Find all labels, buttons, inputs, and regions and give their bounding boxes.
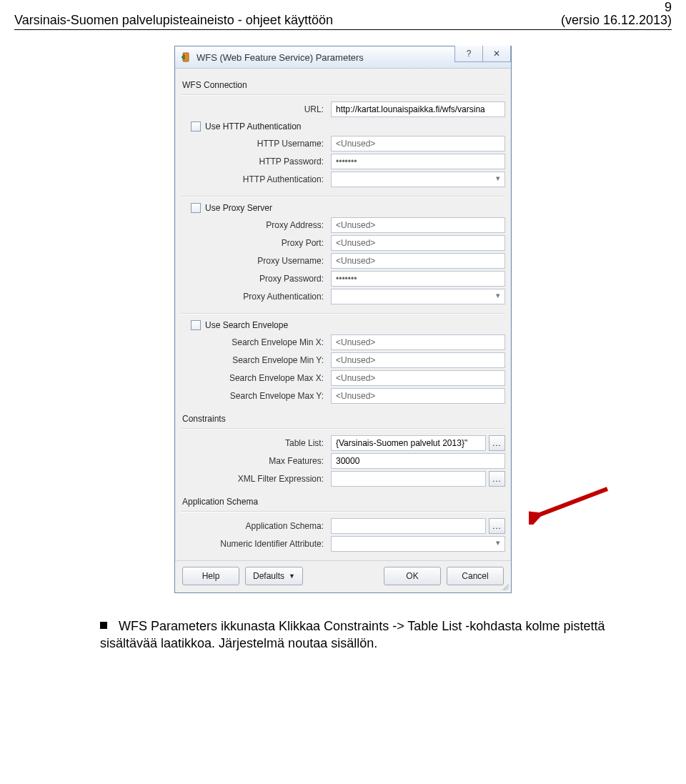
http-username-label: HTTP Username: bbox=[181, 139, 331, 149]
env-minx-input[interactable] bbox=[331, 334, 505, 350]
max-features-label: Max Features: bbox=[181, 456, 331, 466]
use-search-envelope-checkbox[interactable] bbox=[191, 320, 201, 330]
close-window-button[interactable]: ✕ bbox=[482, 46, 511, 62]
http-auth-label: HTTP Authentication: bbox=[181, 174, 331, 184]
http-password-input[interactable] bbox=[331, 154, 505, 169]
page-number: 9 bbox=[665, 0, 672, 15]
env-maxy-input[interactable] bbox=[331, 388, 505, 404]
app-schema-label: Application Schema: bbox=[181, 521, 331, 531]
svg-line-1 bbox=[536, 489, 607, 516]
use-search-envelope-label: Use Search Envelope bbox=[205, 320, 288, 330]
numeric-id-dropdown[interactable] bbox=[331, 536, 505, 552]
http-auth-dropdown[interactable] bbox=[331, 172, 505, 187]
proxy-password-label: Proxy Password: bbox=[181, 274, 331, 284]
numeric-id-label: Numeric Identifier Attribute: bbox=[181, 539, 331, 549]
table-list-browse-button[interactable]: ... bbox=[489, 435, 505, 451]
env-minx-label: Search Envelope Min X: bbox=[181, 337, 331, 347]
xml-filter-browse-button[interactable]: ... bbox=[489, 471, 505, 487]
proxy-auth-label: Proxy Authentication: bbox=[181, 292, 331, 302]
env-maxx-label: Search Envelope Max X: bbox=[181, 373, 331, 383]
caption: WFS Parameters ikkunasta Klikkaa Constra… bbox=[100, 617, 607, 652]
xml-filter-input[interactable] bbox=[331, 471, 486, 487]
app-schema-browse-button[interactable]: ... bbox=[489, 518, 505, 534]
env-miny-label: Search Envelope Min Y: bbox=[181, 355, 331, 365]
group-app-schema: Application Schema bbox=[182, 497, 505, 507]
env-miny-input[interactable] bbox=[331, 352, 505, 368]
cancel-button[interactable]: Cancel bbox=[447, 567, 504, 585]
http-password-label: HTTP Password: bbox=[181, 157, 331, 167]
chevron-down-icon: ▼ bbox=[289, 572, 295, 580]
env-maxy-label: Search Envelope Max Y: bbox=[181, 391, 331, 401]
annotation-arrow-icon bbox=[529, 482, 615, 525]
proxy-address-label: Proxy Address: bbox=[181, 220, 331, 230]
header-left: Varsinais-Suomen palvelupisteaineisto - … bbox=[14, 13, 333, 28]
proxy-port-input[interactable] bbox=[331, 235, 505, 251]
app-schema-input[interactable] bbox=[331, 518, 486, 534]
proxy-address-input[interactable] bbox=[331, 217, 505, 233]
table-list-input[interactable] bbox=[331, 435, 486, 451]
wfs-parameters-dialog: WFS (Web Feature Service) Parameters ? ✕… bbox=[174, 46, 512, 593]
proxy-port-label: Proxy Port: bbox=[181, 238, 331, 248]
titlebar[interactable]: WFS (Web Feature Service) Parameters ? ✕ bbox=[175, 46, 511, 69]
help-window-button[interactable]: ? bbox=[454, 46, 483, 62]
http-username-input[interactable] bbox=[331, 136, 505, 152]
use-http-auth-checkbox[interactable] bbox=[191, 121, 201, 132]
help-button[interactable]: Help bbox=[182, 567, 239, 585]
use-http-auth-label: Use HTTP Authentication bbox=[205, 121, 302, 132]
proxy-username-label: Proxy Username: bbox=[181, 256, 331, 266]
defaults-button[interactable]: Defaults ▼ bbox=[245, 567, 303, 585]
max-features-input[interactable] bbox=[331, 453, 505, 469]
proxy-password-input[interactable] bbox=[331, 271, 505, 287]
header-right: (versio 16.12.2013) bbox=[561, 13, 672, 28]
defaults-button-label: Defaults bbox=[253, 571, 284, 581]
group-constraints: Constraints bbox=[182, 414, 505, 424]
url-input[interactable] bbox=[331, 101, 505, 117]
proxy-username-input[interactable] bbox=[331, 253, 505, 269]
xml-filter-label: XML Filter Expression: bbox=[181, 474, 331, 484]
url-label: URL: bbox=[181, 104, 331, 114]
group-wfs-connection: WFS Connection bbox=[182, 80, 505, 90]
button-bar: Help Defaults ▼ OK Cancel bbox=[175, 560, 511, 592]
dialog-title: WFS (Web Feature Service) Parameters bbox=[197, 52, 364, 63]
proxy-auth-dropdown[interactable] bbox=[331, 289, 505, 304]
use-proxy-checkbox[interactable] bbox=[191, 203, 201, 213]
ok-button[interactable]: OK bbox=[384, 567, 441, 585]
bullet-icon bbox=[100, 622, 107, 629]
page-header: Varsinais-Suomen palvelupisteaineisto - … bbox=[14, 13, 672, 30]
resize-grip-icon[interactable] bbox=[500, 582, 509, 590]
app-icon bbox=[179, 51, 192, 64]
use-proxy-label: Use Proxy Server bbox=[205, 203, 272, 213]
env-maxx-input[interactable] bbox=[331, 370, 505, 386]
table-list-label: Table List: bbox=[181, 438, 331, 448]
caption-text: WFS Parameters ikkunasta Klikkaa Constra… bbox=[100, 619, 605, 650]
